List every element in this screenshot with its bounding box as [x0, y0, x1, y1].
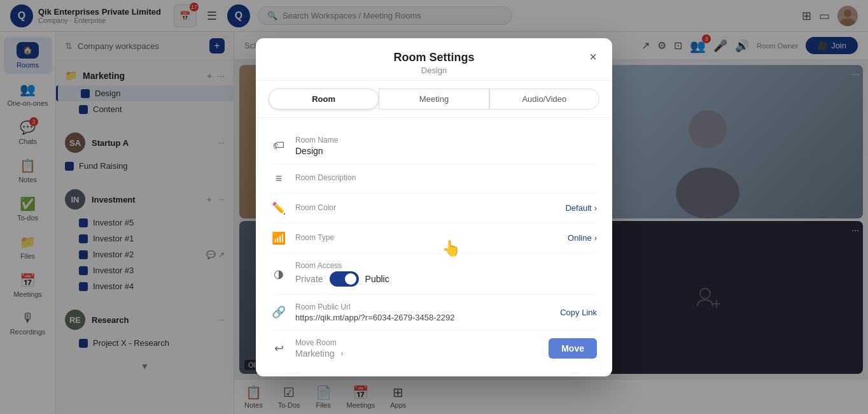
move-room-location: Marketing ›	[295, 348, 540, 359]
room-description-content: Room Description	[295, 173, 597, 183]
modal-title: Room Settings	[269, 51, 599, 64]
modal-tab-meeting[interactable]: Meeting	[379, 89, 489, 110]
room-description-label: Room Description	[295, 173, 597, 182]
copy-link-label: Copy Link	[560, 308, 597, 317]
move-room-label: Move Room	[295, 338, 540, 347]
room-access-row: ◑ Room Access Private Public 👆	[271, 253, 597, 295]
chevron-right-icon: ›	[594, 203, 597, 213]
room-color-row: ✏️ Room Color Default ›	[271, 194, 597, 224]
modal-close-button[interactable]: ×	[584, 48, 602, 66]
move-chevron-icon: ›	[340, 349, 343, 358]
room-color-label: Room Color	[295, 203, 556, 212]
room-type-row: 📶 Room Type Online ›	[271, 224, 597, 253]
room-name-row: 🏷 Room Name Design	[271, 128, 597, 164]
room-type-value: Online	[568, 233, 592, 243]
room-description-icon: ≡	[271, 172, 286, 185]
private-label: Private	[295, 274, 323, 284]
room-type-action[interactable]: Online ›	[568, 233, 597, 243]
room-name-content: Room Name Design	[295, 136, 597, 156]
room-settings-modal: Room Settings Design × Room Meeting Audi…	[256, 38, 612, 376]
room-access-label: Room Access	[295, 261, 597, 270]
room-access-icon: ◑	[271, 267, 286, 281]
move-button[interactable]: Move	[549, 338, 597, 359]
modal-body: 🏷 Room Name Design ≡ Room Description ✏️…	[256, 118, 612, 376]
move-room-row: ↩ Move Room Marketing › Move	[271, 331, 597, 366]
toggle-row: Private Public 👆	[295, 271, 597, 287]
modal-tabs: Room Meeting Audio/Video	[256, 81, 612, 118]
room-name-value[interactable]: Design	[295, 146, 597, 156]
room-url-content: Room Public Url https://qik.mt/app/?r=60…	[295, 303, 551, 322]
public-label: Public	[365, 274, 389, 284]
room-url-value: https://qik.mt/app/?r=6034-2679-3458-229…	[295, 313, 551, 322]
room-type-content: Room Type	[295, 233, 559, 243]
move-room-content: Move Room Marketing ›	[295, 338, 540, 359]
room-color-value: Default	[565, 203, 591, 213]
room-type-label: Room Type	[295, 233, 559, 242]
modal-header: Room Settings Design ×	[256, 38, 612, 81]
room-url-row: 🔗 Room Public Url https://qik.mt/app/?r=…	[271, 295, 597, 331]
room-name-icon: 🏷	[271, 139, 286, 152]
room-type-icon: 📶	[271, 231, 286, 245]
move-location-value: Marketing	[295, 348, 334, 359]
modal-overlay[interactable]: Room Settings Design × Room Meeting Audi…	[0, 0, 868, 414]
room-url-icon: 🔗	[271, 305, 286, 319]
modal-subtitle: Design	[269, 66, 599, 75]
copy-link-button[interactable]: Copy Link	[560, 308, 597, 317]
room-color-action[interactable]: Default ›	[565, 203, 597, 213]
modal-tab-room[interactable]: Room	[269, 89, 379, 110]
move-room-icon: ↩	[271, 341, 286, 355]
room-access-content: Room Access Private Public 👆	[295, 261, 597, 287]
room-color-icon: ✏️	[271, 201, 286, 215]
chevron-right-icon-2: ›	[594, 233, 597, 243]
modal-tab-audio-video[interactable]: Audio/Video	[489, 89, 599, 110]
toggle-slider	[330, 271, 359, 287]
access-toggle[interactable]	[330, 271, 359, 287]
room-name-label: Room Name	[295, 136, 597, 145]
room-color-content: Room Color	[295, 203, 556, 213]
room-url-label: Room Public Url	[295, 303, 551, 311]
room-description-row: ≡ Room Description	[271, 164, 597, 194]
